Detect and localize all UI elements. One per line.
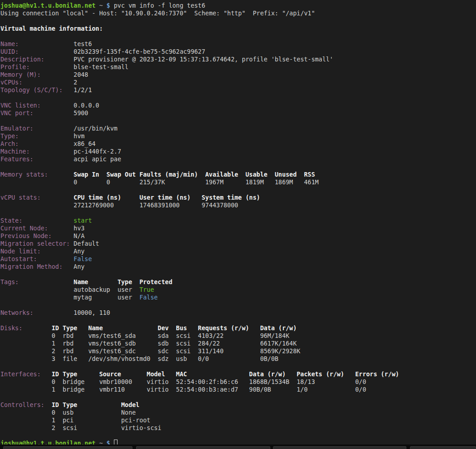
column-header: Name — [74, 278, 88, 286]
cell-value: 215/37K — [139, 178, 165, 186]
iface-id: 0 — [52, 378, 55, 386]
field-value: /usr/bin/kvm — [74, 125, 118, 132]
field-label: Migration selector: — [0, 240, 70, 248]
iface-packets: 18/13 — [297, 378, 315, 386]
taskbar-window-button[interactable] — [3, 446, 132, 449]
tag-row: mytag user False — [0, 294, 475, 301]
field-label: Features: — [0, 155, 33, 163]
disk-requests: 311/140 — [198, 347, 224, 355]
field-row-node-limit: Node limit: Any — [0, 248, 475, 255]
cell-value: 9744378000 — [202, 201, 238, 209]
iface-mac: 52:54:00:2f:b6:c6 — [176, 378, 238, 386]
taskbar-window-button[interactable] — [410, 446, 476, 449]
column-header: Dev — [158, 324, 169, 332]
cell-value: 1869M — [275, 178, 293, 186]
column-header: Faults (maj/min) — [139, 171, 198, 178]
field-label: Autostart: — [0, 255, 37, 263]
iface-model: virtio — [147, 378, 169, 386]
prompt-cwd: ~ — [99, 2, 103, 9]
disk-data: 96M/184K — [260, 332, 289, 340]
column-header: Type — [63, 370, 77, 378]
field-value: 5900 — [74, 109, 88, 117]
cell-value: 1967M — [205, 178, 223, 186]
field-label: vCPUs: — [0, 79, 23, 86]
disk-row: 3 file /dev/shm/vhostmd0 sdz usb 0/0 0B/… — [0, 355, 475, 363]
iface-type: bridge — [63, 378, 85, 386]
tag-protected: True — [139, 286, 154, 294]
column-header: Swap In — [74, 171, 99, 178]
disk-data: 6617K/164K — [260, 340, 297, 347]
column-header: RSS — [304, 171, 315, 178]
disk-bus: scsi — [176, 347, 190, 355]
field-label: Disks: — [0, 324, 23, 332]
field-label: vCPU stats: — [0, 194, 41, 201]
interface-row: 1 bridge vmbr110 virtio 52:54:00:b3:ae:d… — [0, 386, 475, 393]
column-header: Data (r/w) — [249, 370, 286, 378]
tag-type: user — [118, 294, 132, 301]
column-header: Protected — [139, 278, 172, 286]
field-value: hvm — [74, 132, 85, 140]
field-label: State: — [0, 217, 23, 224]
controller-row: 0 usb None — [0, 409, 475, 416]
field-label: Profile: — [0, 63, 30, 71]
field-label: UUID: — [0, 48, 19, 56]
field-value: test6 — [74, 40, 92, 48]
controller-type: usb — [63, 409, 74, 416]
field-value: Any — [74, 263, 85, 271]
taskbar-window-button[interactable] — [136, 446, 270, 449]
disk-requests: 4103/22 — [198, 332, 224, 340]
field-row-current-node: Current Node: hv3 — [0, 224, 475, 232]
disk-id: 2 — [52, 347, 55, 355]
iface-type: bridge — [63, 386, 85, 393]
field-label: Tags: — [0, 278, 19, 286]
field-value: blse-test-small — [74, 63, 128, 71]
column-header: Source — [99, 370, 121, 378]
field-value: PVC provisioner @ 2023-12-09 15:37:13.67… — [74, 56, 333, 63]
column-header: Name — [88, 324, 103, 332]
field-value: N/A — [74, 232, 85, 240]
disk-row: 1 rbd vms/test6_sdb sdb scsi 284/22 6617… — [0, 340, 475, 347]
column-header: User time (ns) — [139, 194, 190, 201]
field-row-state: State: start — [0, 217, 475, 224]
field-value: x86_64 — [74, 140, 96, 148]
memory-stats-header-row: Memory stats: Swap In Swap Out Faults (m… — [0, 171, 475, 178]
controller-model: None — [121, 409, 136, 416]
field-label: Migration Method: — [0, 263, 63, 271]
disk-name: vms/test6_sda — [88, 332, 136, 340]
autostart-value: False — [74, 255, 92, 263]
field-label: Name: — [0, 40, 19, 48]
disk-data: 8569K/2928K — [260, 347, 300, 355]
iface-errors: 0/0 — [355, 378, 366, 386]
tags-header-row: Tags: Name Type Protected — [0, 278, 475, 286]
field-row-migration-method: Migration Method: Any — [0, 263, 475, 271]
disk-bus: usb — [176, 355, 187, 363]
field-label: Memory stats: — [0, 171, 48, 178]
prompt-symbol: $ — [107, 2, 110, 9]
controllers-header-row: Controllers: ID Type Model — [0, 401, 475, 409]
field-value: Any — [74, 248, 85, 255]
terminal-window[interactable]: joshua@hv1.t.u.bonilan.net ~ $ pvc vm in… — [0, 0, 476, 445]
connection-info: Using connection "local" - Host: "10.90.… — [0, 9, 315, 17]
tag-name: autobackup — [74, 286, 110, 294]
disk-dev: sda — [158, 332, 169, 340]
disk-row: 0 rbd vms/test6_sda sda scsi 4103/22 96M… — [0, 332, 475, 340]
memory-stats-value-row: 0 0 215/37K 1967M 1819M 1869M 461M — [0, 178, 475, 186]
disk-requests: 284/22 — [198, 340, 220, 347]
column-header: ID — [52, 324, 59, 332]
field-value: 1/2/1 — [74, 86, 92, 94]
field-label: Networks: — [0, 309, 33, 317]
iface-model: virtio — [147, 386, 169, 393]
prompt-user-host: joshua@hv1.t.u.bonilan.net — [0, 2, 95, 9]
field-value: hv3 — [74, 224, 85, 232]
column-header: Unused — [275, 171, 297, 178]
field-label: Type: — [0, 132, 19, 140]
disk-data: 0B/0B — [260, 355, 278, 363]
column-header: Packets (r/w) — [297, 370, 344, 378]
column-header: ID — [52, 370, 59, 378]
field-row-features: Features: acpi apic pae — [0, 155, 475, 163]
column-header: Usable — [245, 171, 268, 178]
taskbar-window-button[interactable] — [273, 446, 406, 449]
disk-name: vms/test6_sdb — [88, 340, 136, 347]
state-value: start — [74, 217, 92, 224]
disk-id: 0 — [52, 332, 55, 340]
